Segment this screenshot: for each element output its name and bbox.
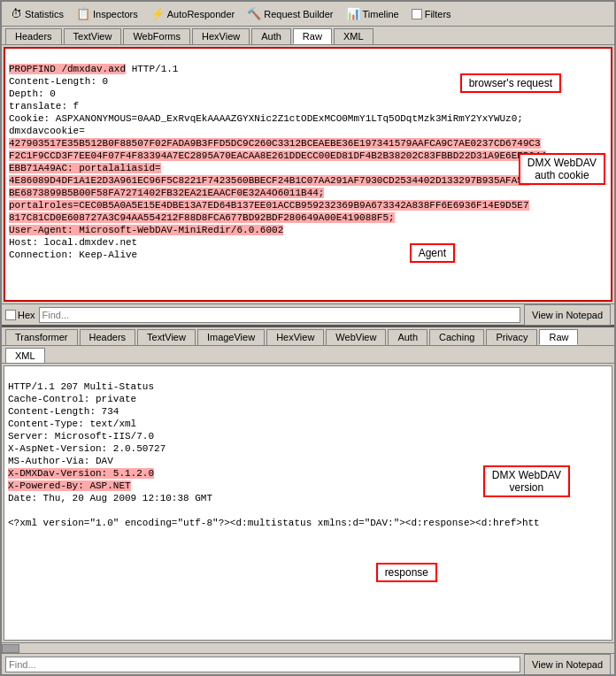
tab-caching[interactable]: Caching bbox=[429, 329, 484, 345]
tab-xml[interactable]: XML bbox=[334, 28, 373, 44]
tab-hexview[interactable]: HexView bbox=[192, 28, 250, 44]
lightning-icon: ⚡ bbox=[150, 7, 165, 20]
response-tab-bar: Transformer Headers TextView ImageView H… bbox=[2, 327, 614, 346]
hammer-icon: 🔨 bbox=[247, 7, 261, 20]
tab-webforms[interactable]: WebForms bbox=[123, 28, 190, 44]
hex-checkbox-container: Hex bbox=[5, 310, 35, 320]
toolbar-item-timeline[interactable]: 📊 Timeline bbox=[341, 5, 404, 22]
request-tab-bar: Headers TextView WebForms HexView Auth R… bbox=[2, 27, 614, 45]
response-code-area[interactable]: HTTP/1.1 207 Multi-Status Cache-Control:… bbox=[4, 365, 612, 641]
response-view-notepad-button[interactable]: View in Notepad bbox=[524, 654, 611, 675]
tab-webview[interactable]: WebView bbox=[326, 329, 386, 345]
propfind-highlight: PROPFIND /dmxdav.axd bbox=[9, 64, 126, 74]
tab-transformer[interactable]: Transformer bbox=[5, 329, 78, 345]
tab-imageview[interactable]: ImageView bbox=[197, 329, 265, 345]
response-scrollbar-h[interactable] bbox=[2, 642, 614, 653]
request-section: Headers TextView WebForms HexView Auth R… bbox=[2, 27, 614, 327]
tab-privacy[interactable]: Privacy bbox=[486, 329, 537, 345]
app-window: ⏱ Statistics 📋 Inspectors ⚡ AutoResponde… bbox=[0, 0, 616, 676]
response-section: Transformer Headers TextView ImageView H… bbox=[2, 327, 614, 674]
top-toolbar: ⏱ Statistics 📋 Inspectors ⚡ AutoResponde… bbox=[2, 2, 614, 27]
tab-resp-raw[interactable]: Raw bbox=[539, 329, 578, 345]
clock-icon: ⏱ bbox=[11, 7, 22, 20]
request-find-input[interactable] bbox=[39, 307, 521, 323]
tab-resp-hexview[interactable]: HexView bbox=[266, 329, 324, 345]
scrollbar-h-thumb[interactable] bbox=[2, 644, 19, 653]
tab-raw[interactable]: Raw bbox=[293, 28, 332, 44]
toolbar-item-statistics[interactable]: ⏱ Statistics bbox=[5, 5, 69, 22]
list-icon: 📋 bbox=[76, 7, 90, 20]
tab-headers[interactable]: Headers bbox=[5, 28, 62, 44]
tab-resp-auth[interactable]: Auth bbox=[388, 329, 427, 345]
tab-auth[interactable]: Auth bbox=[251, 28, 291, 44]
response-find-bar: View in Notepad bbox=[2, 653, 614, 674]
response-sub-tab-bar: XML bbox=[2, 346, 614, 364]
tab-textview[interactable]: TextView bbox=[64, 28, 122, 44]
timeline-label: Timeline bbox=[363, 9, 399, 19]
toolbar-item-inspectors[interactable]: 📋 Inspectors bbox=[71, 5, 143, 22]
toolbar-item-request-builder[interactable]: 🔨 Request Builder bbox=[242, 5, 338, 22]
hex-checkbox[interactable] bbox=[5, 310, 16, 320]
statistics-label: Statistics bbox=[25, 9, 64, 19]
timeline-icon: 📊 bbox=[346, 7, 360, 20]
toolbar-item-autoresponder[interactable]: ⚡ AutoResponder bbox=[145, 5, 240, 22]
panels-container: Headers TextView WebForms HexView Auth R… bbox=[2, 27, 614, 674]
inspectors-label: Inspectors bbox=[93, 9, 138, 19]
tab-xml-sub[interactable]: XML bbox=[5, 348, 45, 363]
filters-label: Filters bbox=[425, 9, 451, 19]
autoresponder-label: AutoResponder bbox=[167, 9, 235, 19]
request-find-bar: Hex View in Notepad bbox=[2, 303, 614, 325]
tab-resp-textview[interactable]: TextView bbox=[137, 329, 196, 345]
request-view-notepad-button[interactable]: View in Notepad bbox=[524, 304, 611, 326]
tab-resp-headers[interactable]: Headers bbox=[80, 329, 136, 345]
request-builder-label: Request Builder bbox=[264, 9, 333, 19]
hex-label: Hex bbox=[18, 310, 35, 320]
response-find-input[interactable] bbox=[5, 657, 520, 672]
toolbar-item-filters[interactable]: Filters bbox=[406, 7, 457, 21]
checkbox-icon bbox=[412, 9, 422, 19]
